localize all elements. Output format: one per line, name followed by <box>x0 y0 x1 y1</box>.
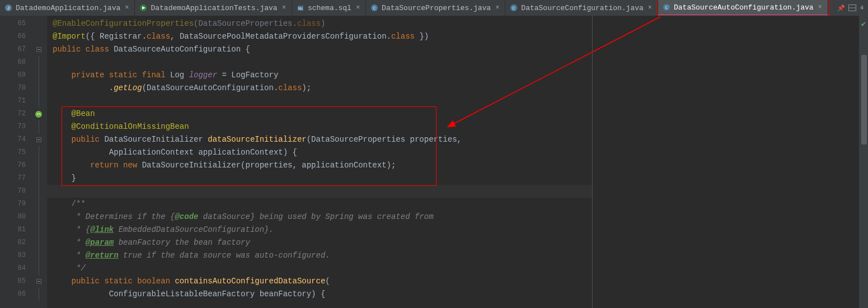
gutter-marker[interactable] <box>30 172 47 185</box>
line-number: 81 <box>0 223 30 236</box>
secondary-editor-pane[interactable] <box>593 16 859 308</box>
editor-tab[interactable]: CDataSourceAutoConfiguration.java× <box>658 0 828 16</box>
line-number: 70 <box>0 82 30 95</box>
gutter-marker[interactable] <box>30 236 47 249</box>
fold-guide <box>39 236 39 249</box>
file-type-icon: C <box>370 4 378 12</box>
line-number: 68 <box>0 56 30 69</box>
fold-guide <box>39 82 39 95</box>
pin-icon[interactable]: 📌 <box>837 4 845 12</box>
gutter-marker[interactable] <box>30 43 47 56</box>
editor-tab-bar: JDatademoApplication.java×DatademoApplic… <box>0 0 868 16</box>
fold-guide <box>39 56 39 69</box>
fold-guide <box>39 211 39 223</box>
line-number: 74 <box>0 133 30 146</box>
file-type-icon: J <box>4 4 12 12</box>
fold-guide <box>39 288 39 301</box>
fold-guide <box>39 262 39 275</box>
fold-toggle-icon[interactable] <box>36 47 41 52</box>
gutter-marker[interactable] <box>30 133 47 146</box>
tab-label: DataSourceConfiguration.java <box>521 4 643 12</box>
gutter-marker[interactable] <box>30 288 47 301</box>
line-number: 69 <box>0 69 30 82</box>
fold-toggle-icon[interactable] <box>36 137 41 142</box>
fold-guide <box>39 95 39 108</box>
line-number: 75 <box>0 146 30 159</box>
close-icon[interactable]: × <box>355 4 361 12</box>
svg-text:C: C <box>373 6 376 11</box>
line-number: 76 <box>0 159 30 172</box>
file-type-icon: SQL <box>297 4 304 12</box>
gutter-marker[interactable] <box>30 185 47 198</box>
close-icon[interactable]: × <box>124 4 130 12</box>
spring-bean-icon[interactable] <box>35 110 43 118</box>
fold-guide <box>39 120 39 133</box>
gutter-marker[interactable] <box>30 30 47 43</box>
editor-tab[interactable]: SQLschema.sql× <box>292 0 366 16</box>
fold-guide <box>39 146 39 159</box>
svg-point-14 <box>35 111 42 118</box>
gutter-marker[interactable] <box>30 159 47 172</box>
close-icon[interactable]: × <box>817 3 823 11</box>
gutter-marker[interactable] <box>30 146 47 159</box>
gutter-marker[interactable] <box>30 198 47 211</box>
gutter-marker[interactable] <box>30 69 47 82</box>
tab-label: schema.sql <box>308 4 351 12</box>
fold-guide <box>39 185 39 198</box>
line-number: 72 <box>0 108 30 120</box>
editor-tab[interactable]: DatademoApplicationTests.java× <box>135 0 292 16</box>
close-icon[interactable]: × <box>647 4 653 12</box>
line-number: 66 <box>0 30 30 43</box>
svg-text:C: C <box>665 5 668 10</box>
line-number: 83 <box>0 249 30 262</box>
editor-tab[interactable]: JDatademoApplication.java× <box>0 0 135 16</box>
gutter-marker[interactable] <box>30 56 47 69</box>
inspection-status-icon: ✔ <box>859 16 868 29</box>
gutter-marker[interactable] <box>30 82 47 95</box>
line-number: 84 <box>0 262 30 275</box>
line-number: 65 <box>0 17 30 30</box>
svg-text:SQL: SQL <box>298 7 303 11</box>
gutter-marker[interactable] <box>30 17 47 30</box>
line-number: 77 <box>0 172 30 185</box>
line-number: 80 <box>0 211 30 223</box>
fold-guide <box>39 159 39 172</box>
fold-gutter[interactable] <box>30 16 47 308</box>
split-horizontal-icon[interactable] <box>848 4 856 11</box>
split-level-indicator[interactable]: 4 <box>860 4 864 11</box>
gutter-marker[interactable] <box>30 223 47 236</box>
close-icon[interactable]: × <box>494 4 500 12</box>
svg-text:J: J <box>7 6 10 11</box>
file-type-icon: C <box>510 4 518 12</box>
fold-guide <box>39 198 39 211</box>
fold-guide <box>39 69 39 82</box>
line-number: 71 <box>0 95 30 108</box>
gutter-marker[interactable] <box>30 95 47 108</box>
tab-tools: 📌 4 <box>833 0 868 16</box>
gutter-marker[interactable] <box>30 211 47 223</box>
gutter-marker[interactable] <box>30 249 47 262</box>
scrollbar-thumb[interactable] <box>861 55 867 144</box>
line-number: 67 <box>0 43 30 56</box>
line-number: 79 <box>0 198 30 211</box>
line-number-gutter: 6566676869707172737475767778798081828384… <box>0 16 30 308</box>
vertical-scrollbar[interactable]: ✔ <box>859 16 868 308</box>
editor-tab[interactable]: CDataSourceProperties.java× <box>366 0 505 16</box>
close-icon[interactable]: × <box>281 4 287 12</box>
fold-toggle-icon[interactable] <box>36 279 41 284</box>
gutter-marker[interactable] <box>30 108 47 120</box>
editor-tab[interactable]: CDataSourceConfiguration.java× <box>505 0 658 16</box>
file-type-icon <box>139 4 147 12</box>
line-number: 86 <box>0 288 30 301</box>
line-number: 73 <box>0 120 30 133</box>
fold-guide <box>39 223 39 236</box>
tab-label: DataSourceProperties.java <box>382 4 491 12</box>
svg-text:C: C <box>513 6 515 11</box>
fold-guide <box>39 172 39 185</box>
tab-label: DatademoApplication.java <box>16 4 120 12</box>
line-number: 85 <box>0 275 30 288</box>
gutter-marker[interactable] <box>30 120 47 133</box>
gutter-marker[interactable] <box>30 262 47 275</box>
fold-guide <box>39 249 39 262</box>
gutter-marker[interactable] <box>30 275 47 288</box>
